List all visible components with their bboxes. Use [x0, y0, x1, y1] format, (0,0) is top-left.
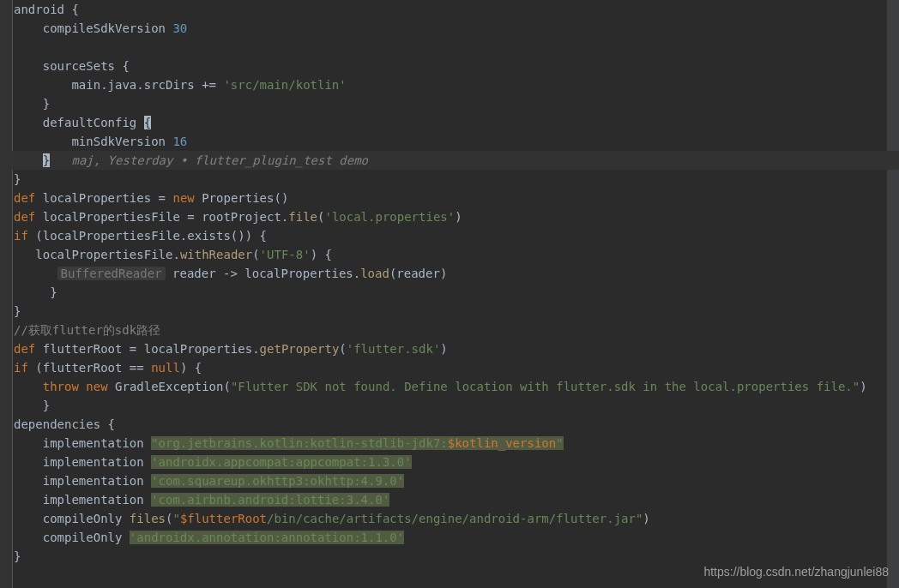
code-line: compileOnly 'androidx.annotation:annotat…: [12, 528, 899, 547]
code-line: def localPropertiesFile = rootProject.fi…: [12, 207, 899, 226]
code-line: compileSdkVersion 30: [12, 19, 899, 38]
code-line: localPropertiesFile.withReader('UTF-8') …: [12, 245, 899, 264]
code-line: throw new GradleException("Flutter SDK n…: [12, 377, 899, 396]
code-line: }: [12, 396, 899, 415]
code-line: dependencies {: [12, 415, 899, 434]
code-line: android {: [12, 0, 899, 19]
code-line: if (flutterRoot == null) {: [12, 358, 899, 377]
code-line: def localProperties = new Properties(): [12, 189, 899, 207]
code-area[interactable]: android { compileSdkVersion 30 sourceSet…: [12, 0, 899, 566]
code-line: }: [12, 170, 899, 189]
code-line: implementation 'com.airbnb.android:lotti…: [12, 490, 899, 509]
code-line: //获取flutter的sdk路径: [12, 321, 899, 339]
code-line: implementation "org.jetbrains.kotlin:kot…: [12, 434, 899, 453]
code-editor[interactable]: android { compileSdkVersion 30 sourceSet…: [0, 0, 899, 588]
code-line: [12, 38, 899, 57]
code-line: main.java.srcDirs += 'src/main/kotlin': [12, 75, 899, 94]
watermark: https://blog.csdn.net/zhangjunlei88: [703, 562, 889, 581]
caret: {: [144, 116, 151, 129]
code-line: def flutterRoot = localProperties.getPro…: [12, 339, 899, 358]
code-line: defaultConfig {: [12, 113, 899, 132]
code-line: implementation 'androidx.appcompat:appco…: [12, 453, 899, 471]
param-hint: BufferedReader: [57, 267, 166, 280]
code-line: implementation 'com.squareup.okhttp3:okh…: [12, 471, 899, 490]
code-line: if (localPropertiesFile.exists()) {: [12, 226, 899, 245]
caret: }: [43, 153, 50, 167]
code-line: sourceSets {: [12, 57, 899, 75]
code-line: compileOnly files("$flutterRoot/bin/cach…: [12, 509, 899, 528]
code-line: }: [12, 302, 899, 321]
inline-author-hint: maj, Yesterday • flutter_plugin_test dem…: [71, 153, 368, 167]
code-line: BufferedReader reader -> localProperties…: [12, 264, 899, 283]
code-line: minSdkVersion 16: [12, 132, 899, 151]
gutter: [0, 0, 13, 588]
code-line-current: } maj, Yesterday • flutter_plugin_test d…: [12, 151, 899, 170]
code-line: }: [12, 94, 899, 113]
code-line: }: [12, 283, 899, 302]
